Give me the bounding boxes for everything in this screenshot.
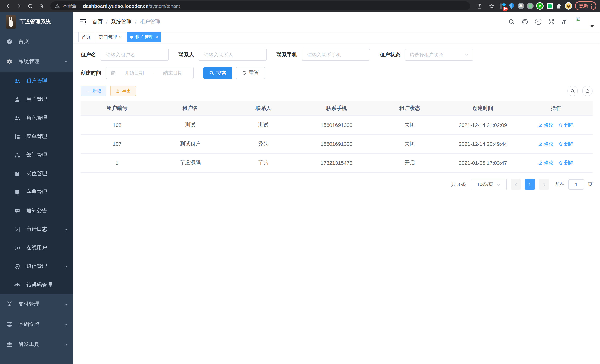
- end-date-placeholder: 结束日期: [157, 70, 189, 76]
- chevron-down-icon: [64, 342, 68, 346]
- edit-link[interactable]: 修改: [538, 159, 553, 166]
- browser-forward-button[interactable]: [14, 1, 24, 11]
- extension-recorder-icon[interactable]: [527, 3, 534, 9]
- next-page-button[interactable]: [539, 179, 549, 190]
- sidebar-item-pay[interactable]: ¥ 支付管理: [0, 294, 73, 314]
- reset-button[interactable]: 重置: [236, 67, 265, 79]
- sidebar-item-user[interactable]: 用户管理: [0, 90, 73, 109]
- sidebar-item-role[interactable]: 角色管理: [0, 109, 73, 127]
- close-icon[interactable]: ×: [155, 35, 158, 39]
- sidebar-item-sms[interactable]: 短信管理: [0, 257, 73, 276]
- github-icon[interactable]: [522, 18, 528, 25]
- search-icon: [570, 88, 575, 93]
- header-search-icon[interactable]: [508, 18, 515, 25]
- col-contact: 联系人: [227, 101, 300, 116]
- page-unit-label: 页: [588, 181, 593, 188]
- tenant-name-input[interactable]: [105, 52, 164, 58]
- sidebar-item-dept[interactable]: 部门管理: [0, 146, 73, 164]
- sidebar-item-home[interactable]: 首页: [0, 32, 73, 52]
- breadcrumb-system[interactable]: 系统管理: [111, 18, 132, 25]
- extension-tab-manager-icon[interactable]: 10: [499, 3, 506, 9]
- user-icon: [14, 96, 20, 103]
- extension-cmd-icon[interactable]: ⌘: [518, 3, 524, 9]
- screen: 不安全 dashboard.yudao.iocoder.cn/system/te…: [0, 0, 600, 364]
- date-range-picker[interactable]: 开始日期 - 结束日期: [106, 67, 194, 79]
- sidebar-item-errcode[interactable]: </> 错误码管理: [0, 276, 73, 294]
- filter-contact: 联系人: [178, 49, 267, 61]
- col-tenant-id: 租户编号: [81, 101, 154, 116]
- page-size-select[interactable]: 10条/页: [470, 179, 507, 190]
- browser-back-button[interactable]: [3, 1, 13, 11]
- sidebar-logo[interactable]: 芋道管理系统: [0, 12, 73, 32]
- fullscreen-icon[interactable]: [548, 18, 555, 25]
- code-icon: </>: [14, 282, 20, 288]
- sidebar: 芋道管理系统 首页 系统管理: [0, 12, 73, 364]
- forward-icon: [16, 3, 22, 9]
- chevron-right-icon: [542, 182, 546, 187]
- tab-dept[interactable]: 部门管理 ×: [96, 32, 125, 42]
- browser-home-button[interactable]: [36, 1, 46, 11]
- edit-link[interactable]: 修改: [538, 141, 553, 147]
- extensions-puzzle-icon[interactable]: [555, 3, 562, 9]
- table-tools: [567, 86, 593, 96]
- sidebar-item-audit-log[interactable]: 审计日志: [0, 220, 73, 239]
- post-badge-icon: [14, 170, 20, 177]
- delete-link[interactable]: 删除: [559, 141, 574, 147]
- goto-page-input[interactable]: [568, 179, 584, 190]
- sidebar-fold-icon[interactable]: [79, 18, 86, 25]
- add-button[interactable]: 新增: [81, 86, 106, 96]
- breadcrumb: 首页 / 系统管理 / 租户管理: [92, 18, 508, 25]
- edit-link[interactable]: 修改: [538, 122, 553, 128]
- bookmark-star-button[interactable]: [487, 1, 497, 11]
- sidebar-menu: 首页 系统管理 租户管理: [0, 32, 73, 364]
- contact-input[interactable]: [203, 52, 262, 58]
- col-status: 租户状态: [373, 101, 446, 116]
- star-icon: [489, 3, 494, 9]
- help-icon[interactable]: ?: [535, 19, 541, 25]
- show-search-toggle-button[interactable]: [567, 86, 578, 96]
- user-avatar-menu[interactable]: [574, 15, 594, 29]
- search-button[interactable]: 搜索: [203, 67, 232, 79]
- browser-reload-button[interactable]: [25, 1, 35, 11]
- close-icon[interactable]: ×: [119, 35, 122, 39]
- delete-link[interactable]: 删除: [559, 122, 574, 128]
- sidebar-item-online-users[interactable]: 在线用户: [0, 239, 73, 257]
- refresh-table-button[interactable]: [582, 86, 593, 96]
- breadcrumb-home[interactable]: 首页: [92, 18, 103, 25]
- browser-toolbar: 不安全 dashboard.yudao.iocoder.cn/system/te…: [0, 0, 600, 12]
- sidebar-item-devtools[interactable]: 研发工具: [0, 334, 73, 354]
- avatar-broken-image: [574, 15, 588, 29]
- sidebar-item-post[interactable]: 岗位管理: [0, 164, 73, 183]
- trash-icon: [559, 123, 563, 127]
- sidebar-item-menu[interactable]: 菜单管理: [0, 127, 73, 146]
- share-button[interactable]: [475, 1, 484, 11]
- font-size-icon[interactable]: тT: [562, 19, 566, 25]
- url-text: dashboard.yudao.iocoder.cn/system/tenant: [83, 3, 180, 9]
- export-button[interactable]: 导出: [110, 86, 136, 96]
- filter-status: 租户状态 请选择租户状态: [380, 49, 473, 61]
- profile-avatar-icon[interactable]: [565, 2, 572, 10]
- org-tree-icon: [14, 152, 20, 158]
- extension-chat-icon[interactable]: [546, 3, 553, 9]
- sidebar-item-dict[interactable]: 字典管理: [0, 183, 73, 202]
- page-number-1[interactable]: 1: [525, 179, 535, 190]
- sidebar-item-system[interactable]: 系统管理: [0, 52, 73, 72]
- sidebar-item-tenant[interactable]: 租户管理: [0, 72, 73, 90]
- sidebar-item-notice[interactable]: 通知公告: [0, 202, 73, 220]
- chevron-left-icon: [514, 182, 518, 187]
- extension-green-y-icon[interactable]: y: [536, 2, 544, 10]
- message-icon: [14, 208, 20, 214]
- mobile-input[interactable]: [307, 52, 365, 58]
- dashboard-icon: [6, 38, 13, 45]
- status-select[interactable]: 请选择租户状态: [405, 49, 473, 61]
- browser-menu-icon[interactable]: [591, 3, 592, 8]
- col-mobile: 联系手机: [300, 101, 373, 116]
- prev-page-button[interactable]: [511, 179, 521, 190]
- extension-kite-icon[interactable]: [508, 3, 515, 9]
- tab-tenant[interactable]: 租户管理 ×: [127, 32, 161, 42]
- browser-update-button[interactable]: 更新: [575, 1, 596, 10]
- sidebar-item-infra[interactable]: 基础设施: [0, 314, 73, 334]
- delete-link[interactable]: 删除: [559, 159, 574, 166]
- url-bar[interactable]: 不安全 dashboard.yudao.iocoder.cn/system/te…: [50, 1, 470, 10]
- tab-home[interactable]: 首页: [78, 32, 94, 42]
